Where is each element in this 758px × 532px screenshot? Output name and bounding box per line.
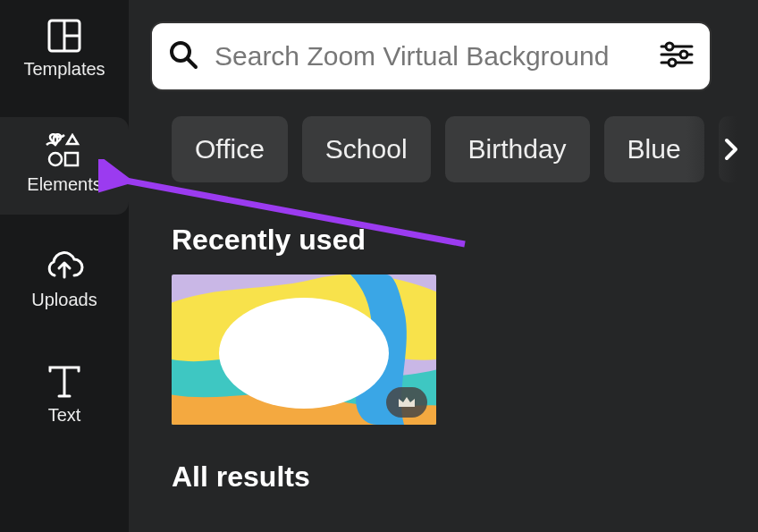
text-icon xyxy=(46,366,82,398)
recent-template-thumb[interactable] xyxy=(172,274,436,425)
cloud-upload-icon xyxy=(44,250,85,283)
svg-point-3 xyxy=(49,153,62,165)
sidebar-item-label: Text xyxy=(48,405,81,426)
templates-icon xyxy=(45,20,84,52)
search-bar[interactable] xyxy=(150,21,712,91)
premium-badge xyxy=(386,387,427,418)
sidebar-item-label: Uploads xyxy=(31,290,97,310)
sidebar-item-text[interactable]: Text xyxy=(0,348,129,445)
filter-sliders-icon[interactable] xyxy=(660,41,694,72)
recently-used-heading: Recently used xyxy=(172,224,758,257)
chip-office[interactable]: Office xyxy=(172,116,288,182)
chevron-right-icon xyxy=(720,138,743,161)
main-panel: Office School Birthday Blue Green Recent… xyxy=(129,0,758,532)
sidebar-item-templates[interactable]: Templates xyxy=(0,20,129,99)
chip-blue[interactable]: Blue xyxy=(604,116,704,182)
sidebar-item-label: Elements xyxy=(27,174,101,195)
chip-school[interactable]: School xyxy=(302,116,431,182)
svg-point-10 xyxy=(666,43,673,50)
filter-chips: Office School Birthday Blue Green xyxy=(129,116,758,182)
elements-icon xyxy=(44,135,85,167)
chip-birthday[interactable]: Birthday xyxy=(445,116,590,182)
search-icon xyxy=(168,39,198,73)
crown-icon xyxy=(397,394,417,410)
svg-point-11 xyxy=(680,51,687,58)
sidebar: Templates Elements Uploads xyxy=(0,0,129,532)
chips-scroll-right[interactable] xyxy=(713,131,749,167)
svg-line-6 xyxy=(188,59,196,67)
sidebar-item-uploads[interactable]: Uploads xyxy=(0,232,129,330)
all-results-heading: All results xyxy=(172,460,758,494)
svg-point-14 xyxy=(219,298,389,409)
sidebar-item-elements[interactable]: Elements xyxy=(0,117,129,215)
search-input[interactable] xyxy=(215,41,644,72)
sidebar-item-label: Templates xyxy=(23,59,105,80)
svg-rect-4 xyxy=(65,153,78,165)
svg-point-12 xyxy=(669,59,676,66)
